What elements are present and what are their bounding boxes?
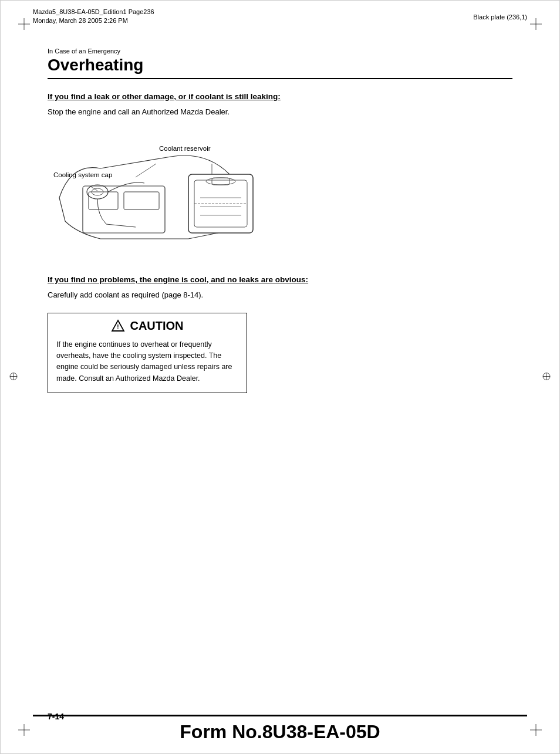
reg-mark-bottom-left <box>18 724 30 736</box>
caution-title: CAUTION <box>130 319 183 333</box>
reg-mark-side-right <box>542 371 551 383</box>
heading-leak: If you find a leak or other damage, or i… <box>48 91 318 103</box>
engine-illustration <box>53 139 265 262</box>
engine-diagram: Coolant reservoir Cooling system cap <box>53 127 265 262</box>
plate-info: Black plate (236,1) <box>473 13 527 21</box>
meta-line1: Mazda5_8U38-EA-05D_Edition1 Page236 <box>33 8 154 16</box>
caution-header: ! CAUTION <box>56 319 238 333</box>
caution-triangle-icon: ! <box>111 319 125 333</box>
svg-line-19 <box>136 164 156 177</box>
title-rule <box>48 78 512 79</box>
reg-mark-top-right <box>530 18 542 30</box>
svg-text:!: ! <box>117 324 119 330</box>
reg-mark-top-left <box>18 18 30 30</box>
section-category: In Case of an Emergency <box>48 48 512 55</box>
text-leak: Stop the engine and call an Authorized M… <box>48 106 318 118</box>
caution-body: If the engine continues to overheat or f… <box>56 339 238 385</box>
heading-no-problems: If you find no problems, the engine is c… <box>48 274 318 286</box>
text-no-problems: Carefully add coolant as required (page … <box>48 289 318 301</box>
reg-mark-side-left <box>9 371 18 383</box>
meta-line2: Monday, March 28 2005 2:26 PM <box>33 16 154 25</box>
main-content: In Case of an Emergency Overheating If y… <box>48 48 512 671</box>
svg-rect-16 <box>124 192 159 209</box>
top-meta-left: Mazda5_8U38-EA-05D_Edition1 Page236 Mond… <box>33 8 154 26</box>
reg-mark-bottom-right <box>530 724 542 736</box>
form-number: Form No.8U38-EA-05D <box>33 715 527 743</box>
left-column: If you find a leak or other damage, or i… <box>48 91 318 393</box>
caution-box: ! CAUTION If the engine continues to ove… <box>48 313 247 394</box>
section-title: Overheating <box>48 56 512 75</box>
top-meta-right: Black plate (236,1) <box>473 13 527 21</box>
